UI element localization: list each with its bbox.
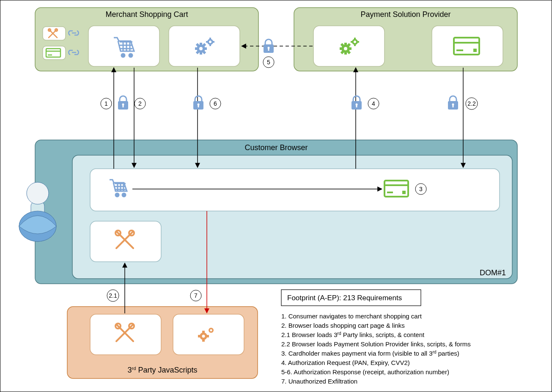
thirdparty-gears-box — [173, 314, 244, 355]
svg-rect-18 — [209, 38, 211, 39]
svg-rect-8 — [200, 43, 202, 45]
svg-rect-67 — [198, 335, 200, 337]
browser-zone: Customer Browser DOM#1 — [35, 140, 517, 284]
svg-rect-34 — [354, 38, 356, 39]
browser-zone-title: Customer Browser — [244, 143, 308, 152]
legend-1: 1. Consumer navigates to merchant shoppi… — [281, 313, 422, 320]
svg-rect-86 — [453, 105, 454, 107]
svg-point-17 — [209, 41, 211, 43]
diagram-frame: Merchant Shopping Cart Payment Solution … — [0, 0, 552, 392]
svg-rect-41 — [473, 49, 477, 52]
provider-zone-title: Payment Solution Provider — [360, 10, 450, 19]
step-7-label: 7 — [194, 292, 198, 299]
svg-point-64 — [202, 335, 205, 338]
step-4-label: 4 — [372, 100, 375, 107]
svg-rect-10 — [195, 47, 198, 50]
svg-point-70 — [210, 329, 212, 332]
dom-zone-label: DOM#1 — [480, 269, 506, 277]
step-1-label: 1 — [104, 100, 108, 107]
svg-rect-65 — [202, 331, 205, 333]
svg-rect-35 — [354, 44, 356, 46]
svg-rect-66 — [202, 339, 205, 342]
svg-rect-77 — [123, 105, 124, 107]
legend: 1. Consumer navigates to merchant shoppi… — [281, 313, 471, 385]
lock-icon — [448, 96, 458, 110]
footprint-label: Footprint (A-EP): 213 Requirements — [287, 294, 402, 302]
step-2-2-label: 2.2 — [467, 100, 476, 107]
step-2-1-label: 2.1 — [109, 292, 117, 299]
legend-2: 2. Browser loads shopping cart page & li… — [281, 322, 405, 329]
lock-icon — [264, 39, 274, 53]
svg-rect-36 — [351, 41, 352, 43]
thirdparty-zone-title: 3rd Party JavaScripts — [128, 366, 198, 374]
svg-rect-27 — [349, 47, 352, 50]
step-2-label: 2 — [138, 100, 142, 107]
svg-rect-37 — [357, 41, 359, 43]
svg-rect-26 — [340, 47, 342, 50]
legend-5-6: 5-6. Authorization Response (receipt, au… — [281, 368, 449, 376]
svg-rect-19 — [209, 44, 211, 46]
legend-3: 3. Cardholder makes payment via form (vi… — [281, 350, 459, 357]
browser-page-box — [90, 169, 500, 211]
svg-rect-68 — [206, 335, 209, 337]
merchant-cart-box — [88, 26, 159, 66]
svg-rect-83 — [356, 105, 357, 107]
lock-icon — [118, 96, 128, 110]
step-6-label: 6 — [214, 100, 217, 107]
svg-point-50 — [122, 193, 126, 197]
svg-rect-54 — [402, 191, 406, 194]
svg-point-74 — [27, 182, 49, 204]
legend-4: 4. Authorization Request (PAN, Expiry, C… — [281, 359, 410, 366]
svg-point-49 — [115, 193, 119, 197]
svg-rect-11 — [204, 47, 207, 50]
svg-point-5 — [129, 54, 132, 57]
svg-rect-80 — [198, 105, 199, 107]
provider-card-box — [432, 26, 503, 66]
svg-rect-25 — [344, 52, 347, 55]
legend-2-2: 2.2 Browser loads Payment Solution Provi… — [281, 340, 471, 348]
svg-point-23 — [344, 47, 347, 50]
svg-rect-21 — [213, 41, 214, 43]
lock-icon — [352, 96, 362, 110]
legend-2-1: 2.1 Browser loads 3rd Party links, scrip… — [281, 331, 425, 338]
svg-rect-20 — [206, 41, 208, 43]
step-5-label: 5 — [267, 59, 270, 66]
lock-icon — [193, 96, 203, 110]
svg-rect-89 — [268, 48, 269, 51]
svg-point-33 — [354, 41, 356, 43]
legend-7: 7. Unauthorized Exfiltration — [281, 378, 357, 385]
svg-rect-9 — [200, 52, 202, 55]
svg-rect-24 — [344, 43, 347, 45]
svg-point-4 — [121, 54, 125, 57]
step-3-label: 3 — [419, 186, 423, 192]
merchant-linkbox-tools — [43, 27, 66, 40]
svg-point-7 — [199, 47, 203, 50]
merchant-zone-title: Merchant Shopping Cart — [105, 10, 188, 19]
